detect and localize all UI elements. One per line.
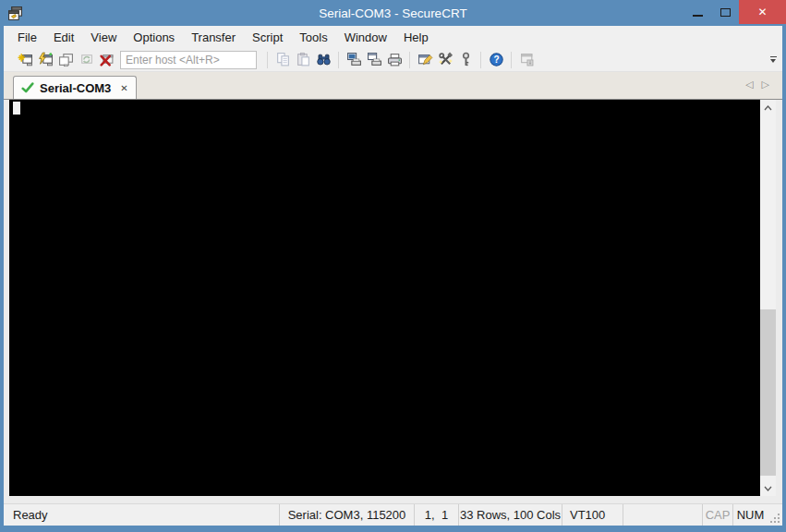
maximize-button[interactable] — [711, 0, 739, 24]
scrollbar-track[interactable] — [760, 115, 776, 480]
paste-button[interactable] — [293, 50, 313, 70]
window-content: File Edit View Options Transfer Script T… — [4, 26, 782, 526]
keymap-button[interactable] — [455, 50, 476, 70]
svg-text:?: ? — [493, 54, 499, 65]
menu-transfer[interactable]: Transfer — [183, 27, 244, 47]
print-icon — [387, 52, 403, 67]
status-emulation: VT100 — [562, 504, 623, 526]
reconnect-button[interactable] — [76, 50, 96, 70]
terminal-cursor — [13, 102, 20, 115]
paste-icon — [296, 52, 311, 67]
toolbar-separator — [409, 52, 410, 68]
chevron-down-icon — [764, 486, 772, 491]
scroll-down-button[interactable] — [760, 480, 776, 496]
global-options-icon — [438, 52, 453, 67]
reconnect-icon — [79, 52, 94, 67]
tab-close-icon[interactable]: ✕ — [120, 83, 127, 93]
menu-window[interactable]: Window — [336, 27, 395, 47]
status-cursor-position: 1, 1 — [414, 504, 458, 526]
scroll-up-button[interactable] — [760, 100, 776, 115]
minimize-button[interactable] — [683, 0, 711, 24]
quick-connect-button[interactable] — [35, 50, 55, 70]
status-ready: Ready — [4, 504, 279, 526]
resize-grip[interactable] — [768, 504, 782, 526]
chevron-up-icon — [764, 105, 772, 111]
terminal-area — [4, 99, 782, 496]
right-gutter — [776, 100, 782, 496]
close-icon: ✕ — [757, 6, 767, 18]
toolbar-separator — [338, 52, 339, 68]
menu-edit[interactable]: Edit — [45, 27, 82, 47]
titlebar[interactable]: Serial-COM3 - SecureCRT ✕ — [0, 0, 786, 26]
host-input[interactable] — [120, 51, 257, 69]
resize-grip-icon — [770, 514, 780, 523]
help-button[interactable]: ? — [486, 50, 506, 70]
menubar: File Edit View Options Transfer Script T… — [4, 26, 782, 48]
print-selection-button[interactable] — [364, 50, 384, 70]
tab-scroll-arrows: ◁ ▷ — [745, 79, 769, 91]
close-button[interactable]: ✕ — [739, 0, 786, 24]
find-button[interactable] — [313, 50, 333, 70]
session-options-button[interactable] — [415, 50, 435, 70]
toolbar-separator — [267, 52, 268, 68]
toolbar-separator — [511, 52, 512, 68]
scrollbar-thumb[interactable] — [760, 309, 776, 476]
help-icon: ? — [489, 52, 504, 67]
session-options-icon — [417, 52, 433, 67]
maximize-icon — [720, 8, 731, 17]
securefx-icon — [519, 52, 535, 67]
print-button[interactable] — [384, 50, 405, 70]
status-empty-segment — [623, 504, 702, 526]
tab-serial-com3[interactable]: Serial-COM3 ✕ — [13, 76, 137, 99]
print-screen-button[interactable] — [344, 50, 364, 70]
copy-button[interactable] — [272, 50, 293, 70]
status-num-lock: NUM — [732, 504, 768, 526]
menu-file[interactable]: File — [9, 27, 45, 47]
print-screen-icon — [346, 52, 362, 67]
menu-help[interactable]: Help — [395, 27, 437, 47]
global-options-button[interactable] — [435, 50, 455, 70]
menu-tools[interactable]: Tools — [291, 27, 335, 47]
securecrt-app-icon[interactable] — [7, 6, 23, 21]
find-icon — [316, 52, 332, 67]
window-controls: ✕ — [683, 0, 786, 24]
toolbar-separator — [480, 52, 481, 68]
tabbar: Serial-COM3 ✕ ◁ ▷ — [4, 72, 782, 99]
tab-label: Serial-COM3 — [40, 81, 111, 95]
minimize-icon — [693, 15, 703, 17]
connect-button[interactable] — [15, 50, 35, 70]
menu-view[interactable]: View — [82, 27, 125, 47]
connect-in-tab-icon — [58, 52, 74, 67]
tab-scroll-right-icon[interactable]: ▷ — [762, 79, 769, 91]
disconnect-button[interactable] — [96, 50, 116, 70]
quick-connect-icon — [38, 52, 54, 67]
key-icon — [458, 52, 474, 67]
toolbar-overflow-icon — [770, 56, 777, 58]
connect-in-tab-button[interactable] — [55, 50, 76, 70]
toolbar-overflow-button[interactable] — [766, 50, 780, 70]
securefx-button[interactable] — [516, 50, 537, 70]
print-selection-icon — [367, 52, 382, 67]
statusbar: Ready Serial: COM3, 115200 1, 1 33 Rows,… — [4, 503, 782, 526]
terminal-screen[interactable] — [9, 100, 760, 496]
status-connection: Serial: COM3, 115200 — [279, 504, 414, 526]
connect-icon — [18, 52, 33, 67]
status-caps-lock: CAP — [702, 504, 732, 526]
toolbar: ? — [4, 48, 782, 72]
tab-scroll-left-icon[interactable]: ◁ — [745, 79, 753, 91]
connected-check-icon — [21, 81, 34, 94]
gap-strip — [4, 496, 782, 503]
menu-options[interactable]: Options — [125, 27, 183, 47]
securecrt-window: Serial-COM3 - SecureCRT ✕ File Edit View… — [0, 0, 786, 532]
copy-icon — [275, 52, 291, 67]
window-title: Serial-COM3 - SecureCRT — [0, 6, 786, 20]
disconnect-icon — [99, 52, 115, 67]
menu-script[interactable]: Script — [244, 27, 291, 47]
vertical-scrollbar[interactable] — [760, 100, 776, 496]
status-terminal-size: 33 Rows, 100 Cols — [458, 504, 562, 526]
